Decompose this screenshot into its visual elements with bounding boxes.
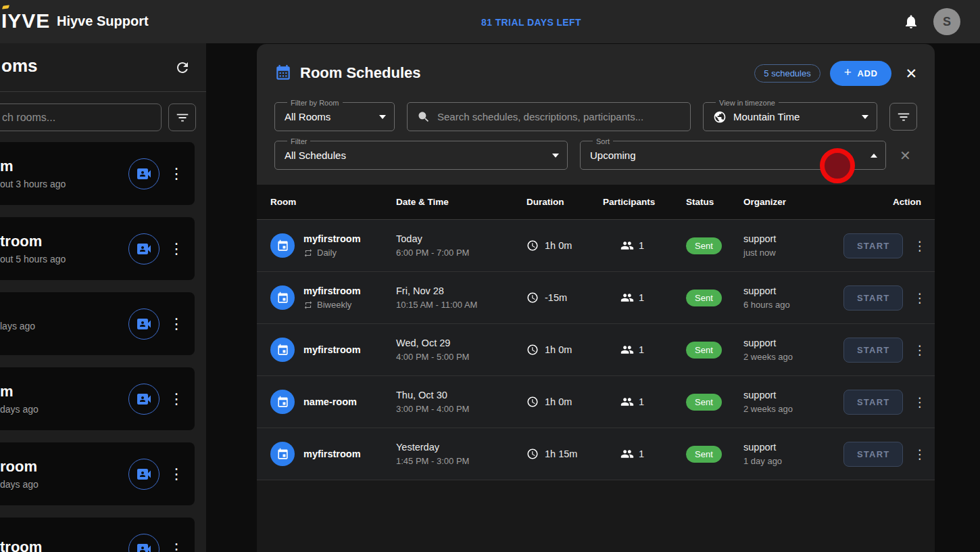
room-last-activity: days ago <box>0 404 128 415</box>
join-video-button[interactable] <box>128 158 160 189</box>
schedule-more-options-button[interactable]: ⋮ <box>913 239 926 252</box>
schedule-date: Yesterday <box>396 442 526 453</box>
duration-value: -15m <box>545 292 567 303</box>
organizer-created-ago: 2 weeks ago <box>743 352 843 362</box>
column-header-participants: Participants <box>603 197 686 207</box>
schedule-more-options-button[interactable]: ⋮ <box>913 344 926 356</box>
clear-sort-button[interactable]: ✕ <box>900 149 911 162</box>
room-more-options-button[interactable]: ⋮ <box>169 542 184 552</box>
room-more-options-button[interactable]: ⋮ <box>169 317 184 331</box>
rooms-sidebar: oms m out 3 hours ago <box>0 43 206 552</box>
clock-icon <box>526 239 539 252</box>
participants-icon <box>620 447 634 461</box>
sort-select[interactable]: Sort Upcoming <box>580 141 886 170</box>
video-camera-icon <box>136 166 152 182</box>
schedule-type-filter-select[interactable]: Filter All Schedules <box>274 141 568 170</box>
refresh-rooms-button[interactable] <box>172 57 193 78</box>
room-more-options-button[interactable]: ⋮ <box>169 392 184 407</box>
app-title: Hiyve Support <box>57 14 149 29</box>
recurrence-label: Daily <box>317 248 337 258</box>
schedule-room-name: myfirstroom <box>303 344 361 355</box>
filter-by-room-select[interactable]: Filter by Room All Rooms <box>274 102 395 131</box>
video-camera-icon <box>136 316 152 332</box>
bell-icon <box>903 14 919 30</box>
recurrence-label: Biweekly <box>317 300 351 310</box>
duration-value: 1h 0m <box>545 396 572 407</box>
organizer-name: support <box>743 338 843 348</box>
start-schedule-button[interactable]: START <box>843 233 903 258</box>
search-rooms-input[interactable] <box>0 104 162 131</box>
schedule-date: Wed, Oct 29 <box>396 338 526 348</box>
room-list-item[interactable]: m out 3 hours ago ⋮ <box>0 142 195 205</box>
schedule-more-options-button[interactable]: ⋮ <box>913 396 926 409</box>
status-badge: Sent <box>686 290 722 306</box>
timezone-select[interactable]: View in timezone Mountain Time <box>703 102 877 131</box>
start-schedule-button[interactable]: START <box>843 442 903 467</box>
organizer-name: support <box>743 285 843 296</box>
schedule-time-range: 10:15 AM - 11:00 AM <box>396 300 526 310</box>
room-list-item[interactable]: room days ago ⋮ <box>0 442 195 505</box>
start-schedule-button[interactable]: START <box>843 285 903 310</box>
clock-icon <box>526 292 539 304</box>
schedule-calendar-icon <box>270 285 295 310</box>
filter-list-icon <box>175 110 190 125</box>
column-header-duration: Duration <box>526 197 603 207</box>
add-button-label: ADD <box>857 68 877 78</box>
close-dialog-button[interactable]: ✕ <box>905 66 917 80</box>
room-more-options-button[interactable]: ⋮ <box>169 467 184 482</box>
column-header-status: Status <box>686 197 743 207</box>
trial-days-banner[interactable]: 81 TRIAL DAYS LEFT <box>481 17 581 28</box>
schedule-more-options-button[interactable]: ⋮ <box>913 292 926 304</box>
room-more-options-button[interactable]: ⋮ <box>169 166 184 181</box>
dialog-header: Room Schedules 5 schedules + ADD ✕ <box>257 44 935 102</box>
column-header-room: Room <box>270 197 396 207</box>
schedule-search-field[interactable] <box>407 102 691 131</box>
room-last-activity: days ago <box>0 479 128 490</box>
join-video-button[interactable] <box>128 534 160 552</box>
schedules-count-badge: 5 schedules <box>754 64 820 83</box>
schedule-table-row: myfirstroom Wed, Oct 29 4:00 PM - 5:00 P… <box>257 324 935 376</box>
video-camera-icon <box>136 391 152 407</box>
schedule-date: Thu, Oct 30 <box>396 390 526 400</box>
organizer-name: support <box>743 390 843 400</box>
schedule-calendar-icon <box>270 442 295 466</box>
status-badge: Sent <box>686 237 722 254</box>
status-badge: Sent <box>686 446 722 463</box>
participants-icon <box>620 291 634 304</box>
join-video-button[interactable] <box>128 384 160 415</box>
room-list-item[interactable]: troom ⋮ <box>0 518 195 552</box>
schedule-room-name: myfirstroom <box>303 448 361 459</box>
room-list-item[interactable]: lays ago ⋮ <box>0 292 195 355</box>
rooms-list: m out 3 hours ago ⋮ troom out 5 hours ag… <box>0 142 206 552</box>
column-header-datetime: Date & Time <box>396 197 526 207</box>
start-schedule-button[interactable]: START <box>843 338 903 363</box>
notifications-button[interactable] <box>900 11 922 32</box>
user-avatar[interactable]: S <box>933 8 960 35</box>
room-list-item[interactable]: m days ago ⋮ <box>0 367 195 430</box>
refresh-icon <box>174 60 191 76</box>
join-video-button[interactable] <box>128 233 160 264</box>
chevron-down-icon <box>379 115 386 119</box>
room-list-item[interactable]: troom out 5 hours ago ⋮ <box>0 217 195 280</box>
schedule-room-name: myfirstroom <box>303 285 361 296</box>
chevron-down-icon <box>862 115 868 119</box>
filter-list-icon <box>896 110 911 124</box>
schedule-more-options-button[interactable]: ⋮ <box>913 448 926 461</box>
room-more-options-button[interactable]: ⋮ <box>169 242 184 256</box>
rooms-filter-button[interactable] <box>168 104 196 131</box>
schedule-type-filter-value: All Schedules <box>285 150 545 161</box>
join-video-button[interactable] <box>128 459 160 490</box>
join-video-button[interactable] <box>128 308 160 340</box>
sidebar-heading: oms <box>1 55 37 76</box>
start-schedule-button[interactable]: START <box>843 390 903 415</box>
schedule-calendar-icon <box>270 338 295 362</box>
participants-count: 1 <box>639 292 644 303</box>
room-schedules-dialog: Room Schedules 5 schedules + ADD ✕ Filte… <box>257 44 935 552</box>
schedule-room-name: myfirstroom <box>303 233 361 244</box>
status-badge: Sent <box>686 342 722 359</box>
schedule-search-input[interactable] <box>437 111 681 122</box>
advanced-filters-button[interactable] <box>889 103 917 131</box>
participants-count: 1 <box>639 344 644 355</box>
participants-count: 1 <box>639 240 644 251</box>
add-schedule-button[interactable]: + ADD <box>830 61 892 86</box>
